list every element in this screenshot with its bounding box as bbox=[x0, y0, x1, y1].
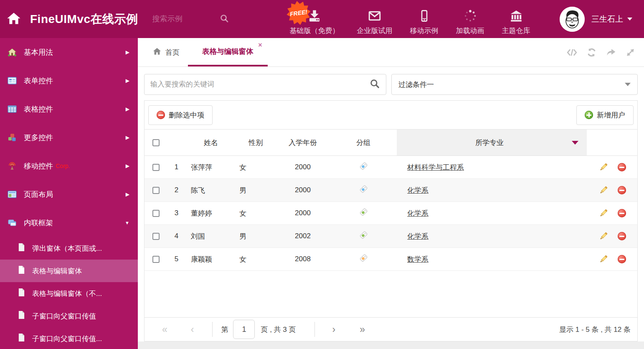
prev-page-icon[interactable]: ‹ bbox=[191, 324, 194, 335]
row-number: 3 bbox=[167, 202, 186, 225]
download-icon bbox=[307, 8, 322, 24]
sidebar-subitem-grid-edit-window[interactable]: 表格与编辑窗体 bbox=[0, 260, 138, 282]
next-page-icon[interactable]: › bbox=[332, 324, 336, 335]
table-row: 1 张萍萍 女 2000 材料科学与工程系 bbox=[145, 156, 637, 179]
username: 三生石上 bbox=[591, 14, 623, 25]
keyword-search-box[interactable] bbox=[144, 74, 386, 95]
divider bbox=[212, 322, 213, 337]
nav-loading-animation[interactable]: 加载动画 bbox=[447, 3, 493, 36]
sidebar-item-page-layout[interactable]: 页面布局 ▶ bbox=[0, 180, 138, 209]
row-checkbox[interactable] bbox=[152, 210, 160, 217]
chevron-down-icon[interactable] bbox=[572, 141, 578, 145]
edit-icon[interactable] bbox=[598, 185, 609, 195]
page-number-input[interactable] bbox=[233, 320, 255, 339]
tag-icon bbox=[359, 165, 368, 173]
file-icon bbox=[18, 311, 25, 321]
cell-name: 陈飞 bbox=[186, 179, 236, 202]
edit-icon[interactable] bbox=[598, 162, 609, 172]
page-prefix: 第 bbox=[221, 325, 228, 334]
tag-icon bbox=[359, 257, 368, 265]
sidebar-subitem-grid-edit-window-2[interactable]: 表格与编辑窗体（不... bbox=[0, 282, 138, 305]
delete-icon[interactable] bbox=[618, 255, 626, 263]
table-row: 5 康颖颖 女 2008 数学系 bbox=[145, 248, 637, 271]
sidebar-subitem-popup-window[interactable]: 弹出窗体（本页面或... bbox=[0, 237, 138, 260]
sidebar-item-more-controls[interactable]: 更多控件 ▶ bbox=[0, 123, 138, 152]
nav-enterprise-trial[interactable]: 企业版试用 bbox=[348, 3, 401, 36]
user-menu[interactable]: 三生石上 bbox=[560, 7, 632, 32]
add-user-button[interactable]: 新增用户 bbox=[576, 105, 634, 125]
cell-name: 刘国 bbox=[186, 225, 236, 248]
share-icon[interactable] bbox=[606, 47, 616, 58]
tab-bar: 首页 表格与编辑窗体 × bbox=[138, 38, 644, 67]
plus-circle-icon bbox=[585, 111, 593, 119]
cell-year: 2000 bbox=[276, 179, 330, 202]
sidebar-subitem-child-to-parent[interactable]: 子窗口向父窗口传值 bbox=[0, 305, 138, 327]
row-checkbox[interactable] bbox=[152, 256, 160, 263]
delete-selected-button[interactable]: 删除选中项 bbox=[148, 105, 213, 125]
bank-icon bbox=[509, 8, 524, 24]
major-link[interactable]: 化学系 bbox=[407, 186, 428, 194]
sidebar-item-form-controls[interactable]: 表单控件 ▶ bbox=[0, 66, 138, 95]
delete-icon[interactable] bbox=[618, 209, 626, 217]
filter-dropdown[interactable]: 过滤条件一 bbox=[391, 74, 638, 95]
search-icon[interactable] bbox=[219, 13, 229, 25]
mobile-icon bbox=[418, 8, 431, 24]
sidebar-subitem-child-to-parent-2[interactable]: 子窗口向父窗口传值... bbox=[0, 327, 138, 349]
nav-theme-repo[interactable]: 主题仓库 bbox=[493, 3, 539, 36]
cell-group bbox=[330, 156, 397, 179]
select-all-checkbox[interactable] bbox=[152, 139, 160, 146]
expand-icon[interactable] bbox=[625, 47, 636, 58]
sidebar-item-basic-usage[interactable]: 基本用法 ▶ bbox=[0, 38, 138, 66]
header-search[interactable] bbox=[152, 13, 236, 25]
cell-group bbox=[330, 202, 397, 225]
row-checkbox[interactable] bbox=[152, 233, 160, 240]
corp-badge: Corp. bbox=[56, 163, 70, 169]
cell-name: 董婷婷 bbox=[186, 202, 236, 225]
file-icon bbox=[18, 265, 25, 276]
page-background bbox=[138, 341, 644, 349]
sidebar-item-iframe[interactable]: 内联框架 ▼ bbox=[0, 209, 138, 237]
close-icon[interactable]: × bbox=[258, 42, 262, 48]
code-icon[interactable] bbox=[566, 47, 578, 58]
delete-icon[interactable] bbox=[618, 186, 626, 194]
page-suffix: 页 , 共 3 页 bbox=[261, 325, 296, 334]
tag-icon bbox=[359, 211, 368, 219]
form-icon bbox=[7, 76, 18, 86]
row-number: 5 bbox=[167, 248, 186, 271]
home-icon bbox=[7, 47, 18, 57]
tab-home[interactable]: 首页 bbox=[152, 38, 180, 66]
file-icon bbox=[18, 333, 25, 344]
keyword-search-input[interactable] bbox=[150, 80, 369, 89]
edit-icon[interactable] bbox=[598, 254, 609, 264]
delete-icon[interactable] bbox=[618, 232, 626, 240]
edit-icon[interactable] bbox=[598, 208, 609, 218]
cell-group bbox=[330, 225, 397, 248]
frames-icon bbox=[7, 218, 18, 228]
delete-icon[interactable] bbox=[618, 163, 626, 171]
refresh-icon[interactable] bbox=[586, 47, 597, 58]
sidebar-item-mobile-controls[interactable]: 移动控件 Corp. ▶ bbox=[0, 152, 138, 180]
tab-grid-edit-window[interactable]: 表格与编辑窗体 × bbox=[188, 38, 268, 66]
sidebar-item-grid-controls[interactable]: 表格控件 ▶ bbox=[0, 95, 138, 123]
last-page-icon[interactable]: » bbox=[360, 324, 365, 335]
row-checkbox[interactable] bbox=[152, 187, 160, 194]
col-major[interactable]: 所学专业 bbox=[397, 130, 587, 156]
major-link[interactable]: 化学系 bbox=[407, 232, 428, 240]
major-link[interactable]: 数学系 bbox=[407, 255, 428, 263]
row-checkbox[interactable] bbox=[152, 164, 160, 171]
cell-year: 2000 bbox=[276, 202, 330, 225]
col-group: 分组 bbox=[330, 130, 397, 156]
cell-gender: 男 bbox=[236, 225, 276, 248]
table-header-row: 姓名 性别 入学年份 分组 所学专业 bbox=[145, 130, 637, 156]
avatar[interactable] bbox=[560, 7, 585, 32]
first-page-icon[interactable]: « bbox=[162, 324, 167, 335]
search-icon[interactable] bbox=[369, 78, 380, 91]
header-search-input[interactable] bbox=[152, 15, 219, 23]
major-link[interactable]: 化学系 bbox=[407, 209, 428, 217]
nav-mobile-demo[interactable]: 移动示例 bbox=[401, 3, 447, 36]
minus-circle-icon bbox=[157, 111, 165, 119]
major-link[interactable]: 材料科学与工程系 bbox=[407, 163, 464, 171]
edit-icon[interactable] bbox=[598, 231, 609, 241]
logo[interactable]: FineUIMvc在线示例 bbox=[7, 11, 138, 27]
tag-icon bbox=[359, 234, 368, 242]
